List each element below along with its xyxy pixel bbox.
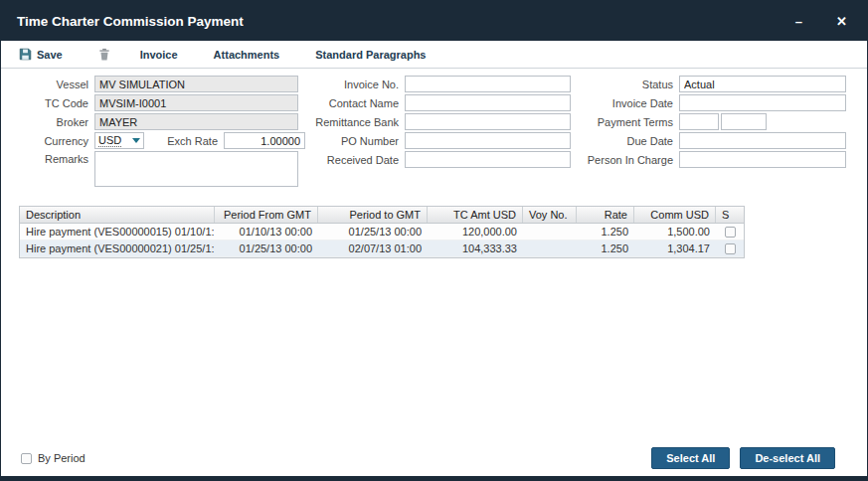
cell-comm: 1,304.17 [634,240,716,256]
payment-terms-label: Payment Terms [576,116,679,128]
contact-name-input[interactable] [405,94,571,111]
standard-paragraphs-button[interactable]: Standard Paragraphs [315,49,426,61]
trash-icon [98,48,110,61]
payment-terms-input-1[interactable] [679,113,719,130]
po-number-label: PO Number [307,135,405,147]
save-icon [19,48,32,61]
close-button[interactable]: ✕ [836,15,847,28]
invoice-date-input[interactable] [679,94,846,111]
by-period-label: By Period [38,452,86,464]
cell-rate: 1.250 [577,224,634,240]
broker-label: Broker [7,116,94,128]
person-in-charge-input[interactable] [679,151,846,168]
cell-description: Hire payment (VES00000021) 01/25/1: [20,240,215,256]
table-header-row: Description Period From GMT Period to GM… [20,207,744,224]
cell-voy-no [523,240,577,256]
cell-period-from: 01/25/13 00:00 [215,240,318,256]
save-button[interactable]: Save [19,48,63,61]
window-controls: – ✕ [795,15,851,28]
cell-tc-amt: 120,000.00 [428,224,523,240]
cell-period-to: 01/25/13 00:00 [318,224,428,240]
cell-voy-no [523,224,577,240]
title-bar: Time Charter Commission Payment – ✕ [1,1,867,41]
contact-name-label: Contact Name [307,97,405,109]
by-period-checkbox[interactable] [21,453,32,464]
footer-buttons: Select All De-select All [651,447,835,469]
broker-field[interactable]: MAYER [94,113,298,130]
remittance-bank-input[interactable] [405,113,571,130]
toolbar: Save Invoice Attachments Standard Paragr… [1,41,867,69]
currency-combobox[interactable]: USD [94,132,144,149]
exch-rate-label: Exch Rate [144,135,224,147]
col-header-select[interactable]: S [716,207,744,223]
window-title: Time Charter Commission Payment [17,14,244,29]
remarks-textarea[interactable] [94,151,298,187]
tc-code-label: TC Code [7,97,94,109]
select-all-button[interactable]: Select All [651,447,730,469]
cell-rate: 1.250 [577,240,634,256]
due-date-input[interactable] [679,132,846,149]
footer: By Period Select All De-select All [1,447,867,469]
invoice-button[interactable]: Invoice [140,49,178,61]
hire-payments-table: Description Period From GMT Period to GM… [19,206,745,258]
cell-period-from: 01/10/13 00:00 [215,224,318,240]
col-header-comm[interactable]: Comm USD [634,207,716,223]
person-in-charge-label: Person In Charge [576,154,679,166]
cell-description: Hire payment (VES00000015) 01/10/1: [20,224,215,240]
exch-rate-input[interactable] [224,132,305,149]
col-header-description[interactable]: Description [20,207,215,223]
invoice-date-label: Invoice Date [576,97,679,109]
save-label: Save [37,49,63,61]
form-column-right: Status Invoice Date Payment Terms Due Da… [576,76,851,170]
remarks-label: Remarks [7,151,94,165]
remittance-bank-label: Remittance Bank [307,116,405,128]
col-header-rate[interactable]: Rate [577,207,634,223]
form-area: Vessel MV SIMULATION TC Code MVSIM-I0001… [1,76,867,193]
minimize-button[interactable]: – [795,15,802,28]
col-header-tc-amt[interactable]: TC Amt USD [428,207,523,223]
delete-button[interactable] [98,48,110,61]
received-date-input[interactable] [405,151,571,168]
chevron-down-icon [132,138,140,143]
vessel-label: Vessel [7,79,94,90]
received-date-label: Received Date [307,154,405,166]
currency-label: Currency [7,135,94,147]
invoice-no-label: Invoice No. [307,79,405,90]
row-select-checkbox[interactable] [725,243,736,254]
cell-comm: 1,500.00 [634,224,716,240]
time-charter-commission-payment-dialog: Time Charter Commission Payment – ✕ Save… [0,0,868,481]
row-select-checkbox[interactable] [725,227,736,238]
po-number-input[interactable] [405,132,571,149]
status-input[interactable] [679,76,846,92]
status-label: Status [576,79,679,90]
vessel-field[interactable]: MV SIMULATION [94,76,298,92]
col-header-period-from[interactable]: Period From GMT [215,207,318,223]
col-header-period-to[interactable]: Period to GMT [318,207,428,223]
deselect-all-button[interactable]: De-select All [740,447,835,469]
invoice-no-input[interactable] [405,76,571,92]
col-header-voy-no[interactable]: Voy No. [523,207,577,223]
cell-period-to: 02/07/13 01:00 [318,240,428,256]
table-row[interactable]: Hire payment (VES00000015) 01/10/1: 01/1… [20,224,744,240]
currency-value: USD [98,134,121,147]
due-date-label: Due Date [576,135,679,147]
form-column-middle: Invoice No. Contact Name Remittance Bank… [307,76,576,170]
by-period-option[interactable]: By Period [21,452,86,464]
cell-tc-amt: 104,333.33 [428,240,523,256]
payment-terms-input-2[interactable] [721,113,767,130]
form-column-left: Vessel MV SIMULATION TC Code MVSIM-I0001… [7,76,305,189]
table-row[interactable]: Hire payment (VES00000021) 01/25/1: 01/2… [20,240,744,257]
attachments-button[interactable]: Attachments [214,49,280,61]
tc-code-field[interactable]: MVSIM-I0001 [94,94,298,111]
